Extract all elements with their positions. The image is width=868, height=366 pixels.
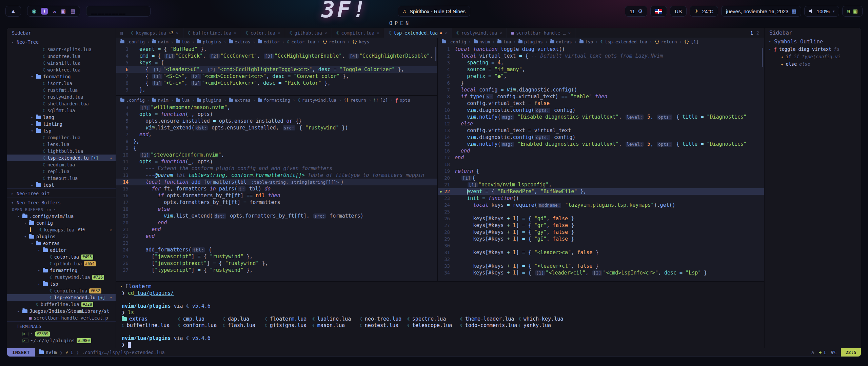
code-line[interactable]: 28 keys[#keys + 1] = { "gy", false }	[438, 229, 764, 236]
notifications-widget[interactable]: 9 ▣	[842, 6, 863, 17]
tree-item[interactable]: >_~/.c/n/l/plugins#3980	[7, 337, 116, 344]
breadcrumb-segment[interactable]: extras	[550, 39, 572, 44]
code-line[interactable]: 25 ["javascript"] = { "rustywind" },	[116, 253, 437, 260]
code-line[interactable]: 15 vim.notify(msg: "Enabled diagnostics …	[438, 141, 764, 147]
code-line[interactable]: 7 { [1]"<S-C>", [2]"<cmd>CccConvert<cr>"…	[116, 73, 437, 80]
code-line[interactable]: 15 for ft, formatters in pairs(t: tbl) d…	[116, 185, 437, 192]
code-line[interactable]: 3 spacing = 4,	[438, 59, 764, 66]
tree-item[interactable]: ☾rustywind.lua#726	[7, 274, 116, 281]
code-line[interactable]: 8 { [1]"<C-c>", [2]"<cmd>CccPick<cr>", d…	[116, 80, 437, 86]
document-icon[interactable]: ▤	[71, 8, 75, 14]
tab-scrollbar-handle-[interactable]: ▦scrollbar-handle-…×	[507, 28, 575, 38]
tree-item[interactable]: ▾formatting	[7, 73, 116, 80]
breadcrumb-segment[interactable]: extras	[229, 39, 251, 44]
code-line[interactable]: 23 init = function()	[438, 195, 764, 202]
section-header[interactable]: TERMINALS	[7, 322, 116, 330]
file-entry[interactable]: ☾floaterm.lua	[265, 316, 312, 322]
breadcrumb-segment[interactable]: {}[2]	[374, 98, 388, 103]
tree-item[interactable]: ☾lsp-extended.lu[+]✦	[7, 155, 116, 161]
tree-item[interactable]: ☾smart-splits.lua	[7, 46, 116, 53]
code-line[interactable]: 4 cmd = { [1]"CccPick", [2]"CccConvert",…	[116, 53, 437, 59]
now-playing-widget[interactable]: ♫ Spiritbox - Rule Of Nines	[398, 6, 470, 17]
floaterm-body[interactable]: ❯ cd lua/plugins/nvim/lua/plugins via ☾ …	[116, 290, 764, 348]
code-line[interactable]: 4 source = "if_many",	[438, 66, 764, 73]
breadcrumb-segment[interactable]: {}return	[322, 39, 345, 44]
file-entry[interactable]: ☾mason.lua	[312, 322, 360, 329]
tree-item[interactable]: ▾formatting	[7, 267, 116, 274]
keyboard-layout-widget[interactable]: US	[670, 6, 687, 17]
tree-item[interactable]: ▾extras	[7, 240, 116, 247]
stack-icon[interactable]: ▣	[61, 8, 66, 14]
code-line[interactable]: 16 if opts.formatters_by_ft[ft] == nil t…	[116, 192, 437, 199]
code-line[interactable]: 10 vim.diagnostic.config(opts: config)	[438, 107, 764, 114]
tree-item[interactable]: ▾plugins	[7, 233, 116, 240]
code-line[interactable]: 21 [1]"neovim/nvim-lspconfig",	[438, 181, 764, 188]
floaterm-collapse-icon[interactable]: ▾	[120, 284, 123, 288]
breadcrumb-segment[interactable]: ƒopts	[395, 98, 410, 103]
breadcrumb-segment[interactable]: {}keys	[352, 39, 369, 44]
breadcrumb-segment[interactable]: .config	[120, 98, 145, 103]
code-line[interactable]: 27 ["typescript"] = { "rustywind" },	[116, 267, 437, 273]
breadcrumb-segment[interactable]: {}return	[655, 39, 677, 44]
breadcrumb-segment[interactable]: nvim	[152, 39, 169, 44]
breadcrumb-segment[interactable]: editor	[258, 39, 280, 44]
code-line[interactable]: 21 end	[116, 226, 437, 233]
code-line[interactable]: 24 add_formatters(tbl: {	[116, 246, 437, 253]
close-icon[interactable]: ×	[445, 30, 447, 36]
tab-lsp-extended-lua[interactable]: ☾lsp-extended.lua●×	[384, 28, 452, 38]
breadcrumb-segment[interactable]: ☾color.lua	[287, 39, 315, 44]
code-line[interactable]: 6 vim.list_extend(dst: opts.ensure_insta…	[116, 124, 437, 131]
code-line[interactable]: 8 if type(v: config.virtual_text) == "ta…	[438, 93, 764, 100]
scrollbar-thumb[interactable]	[435, 47, 436, 61]
breadcrumb-segment[interactable]: formatting	[258, 98, 290, 103]
close-icon[interactable]: ×	[278, 30, 280, 36]
tab-compiler-lua[interactable]: ☾compiler.lua×	[332, 28, 384, 38]
code-line[interactable]: 23	[116, 240, 437, 246]
launcher-button[interactable]: ▲	[5, 6, 21, 17]
file-entry[interactable]: ☾spectre.lua	[407, 316, 460, 322]
code-line[interactable]: 24 local keys = require(modname: "lazyvi…	[438, 202, 764, 208]
code-line[interactable]: 17 opts.formatters_by_ft[ft] = formatter…	[116, 199, 437, 206]
code-line[interactable]: 7 end,	[116, 131, 437, 138]
code-line[interactable]: 12 --- Extend the conform plugin config …	[116, 165, 437, 172]
active-workspace-icon[interactable]: /	[41, 8, 48, 15]
tree-item[interactable]: ☾repl.lua	[7, 168, 116, 175]
tree-item[interactable]: ☾github.lua#654	[7, 260, 116, 267]
tree-item[interactable]: ☾winshift.lua	[7, 60, 116, 66]
code-line[interactable]: 16 end	[438, 147, 764, 154]
tree-item[interactable]: ☾shellharden.lua	[7, 100, 116, 107]
file-entry[interactable]: ☾yanky.lua	[518, 322, 551, 329]
code-line[interactable]: 19return {	[438, 168, 764, 175]
code-line[interactable]: 34 keys[#keys + 1] = { [1]"<leader>cil",…	[438, 269, 764, 276]
tree-item[interactable]: ☾isort.lua	[7, 80, 116, 87]
code-line[interactable]: 5 keys = {	[116, 59, 437, 66]
tree-item[interactable]: ☾neodim.lua	[7, 161, 116, 168]
code-line[interactable]: 17end	[438, 154, 764, 161]
code-line[interactable]: 10 [1]"stevearc/conform.nvim",	[116, 151, 437, 158]
code-line[interactable]: 5 opts.ensure_installed = opts.ensure_in…	[116, 118, 437, 124]
tab-color-lua[interactable]: ☾color.lua×	[241, 28, 285, 38]
file-entry[interactable]: ☾telescope.lua	[407, 322, 460, 329]
scrollbar-thumb[interactable]	[762, 48, 763, 67]
code-line[interactable]: 14 vim.diagnostic.config(opts: config)	[438, 134, 764, 141]
code-line[interactable]: 12 else	[438, 120, 764, 127]
breadcrumb-segment[interactable]: .config	[442, 39, 466, 44]
tree-item[interactable]: ☾worktree.lua	[7, 66, 116, 73]
breadcrumb-segment[interactable]: plugins	[197, 39, 221, 44]
file-entry[interactable]: ☾neotest.lua	[360, 322, 407, 329]
code-line[interactable]: 3 [1]"williamboman/mason.nvim",	[116, 104, 437, 111]
tree-item[interactable]: ☾undotree.lua	[7, 53, 116, 60]
code-line[interactable]: 3 event = { "BufRead" },	[116, 46, 437, 53]
code-line[interactable]: 9{	[116, 145, 437, 151]
close-icon[interactable]: ×	[568, 30, 571, 36]
tree-item[interactable]: ☾rustfmt.lua	[7, 87, 116, 94]
code-line[interactable]: ●22 event = { "BufReadPre", "BufNewFile"…	[438, 188, 764, 195]
code-line[interactable]: 25	[438, 208, 764, 215]
breadcrumb-segment[interactable]: plugins	[197, 98, 221, 103]
tree-item[interactable]: ☾compiler.lua	[7, 134, 116, 141]
file-entry[interactable]: ☾theme-loader.lua	[460, 316, 518, 322]
tree-item[interactable]: ☾color.lua#493	[7, 253, 116, 260]
file-entry[interactable]: extras	[122, 316, 178, 322]
file-entry[interactable]: ☾conform.lua	[178, 322, 223, 329]
breadcrumb-segment[interactable]: plugins	[518, 39, 543, 44]
